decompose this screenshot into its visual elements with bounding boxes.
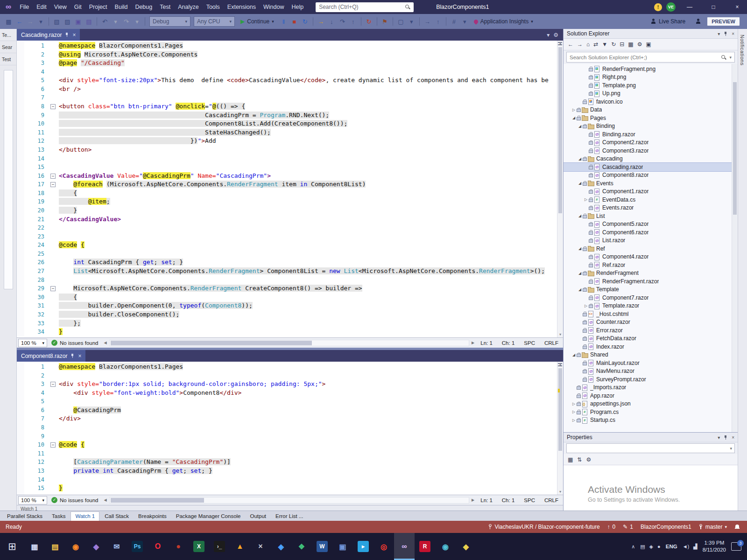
editor-tab-component8-razor[interactable]: Component8.razor × <box>17 350 85 362</box>
tree-item-component8-razor[interactable]: Component8.razor <box>564 171 738 180</box>
navigate-arrow-icon[interactable]: → <box>423 16 432 27</box>
project-indicator[interactable]: BlazorComponents1 <box>641 524 691 530</box>
tree-item-template-razor[interactable]: ▷Template.razor <box>564 302 738 310</box>
taskbar-flame-app-icon[interactable]: ▲ <box>230 533 250 560</box>
bottom-tab-call-stack[interactable]: Call Stack <box>100 512 133 521</box>
props-categorized-icon[interactable]: ▦ <box>568 456 573 463</box>
tree-item-up-png[interactable]: Up.png <box>564 90 738 98</box>
undo-dropdown-icon[interactable]: ▾ <box>111 16 120 27</box>
action-center-icon[interactable]: 3 <box>731 542 741 551</box>
tree-item-error-razor[interactable]: Error.razor <box>564 326 738 335</box>
tree-item-eventdata-cs[interactable]: ▷EventData.cs <box>564 196 738 204</box>
hash-dropdown-icon[interactable]: ▾ <box>460 16 470 27</box>
taskbar-blue-diamond-app-icon[interactable]: ◈ <box>271 533 291 560</box>
fold-collapse-icon[interactable]: − <box>50 286 56 291</box>
cpu-select[interactable]: Any CPU ▾ <box>194 16 235 27</box>
editor-tab-cascading-razor[interactable]: Cascading.razor × <box>17 29 80 41</box>
tree-item-app-razor[interactable]: App.razor <box>564 392 738 400</box>
menu-tools[interactable]: Tools <box>203 0 224 14</box>
se-home-icon[interactable]: ⌂ <box>586 41 590 48</box>
bottom-tab-output[interactable]: Output <box>246 512 270 521</box>
se-preview-icon[interactable]: ▣ <box>646 41 651 48</box>
save-icon[interactable]: ▣ <box>73 16 83 27</box>
tree-item-ref-razor[interactable]: Ref.razor <box>564 261 738 269</box>
code-area-top[interactable]: 1@namespace BlazorComponents1.Pages2@usi… <box>17 41 563 337</box>
breakpoint-margin[interactable] <box>17 276 24 285</box>
left-tool-tab-sear[interactable]: Sear <box>0 41 16 53</box>
window-position-icon[interactable]: ▾ <box>718 435 720 440</box>
breakpoint-margin[interactable] <box>17 493 24 495</box>
breakpoint-margin[interactable] <box>17 363 24 371</box>
properties-object-select[interactable]: ▾ <box>566 443 735 453</box>
fold-collapse-icon[interactable]: − <box>50 174 56 179</box>
tree-item-startup-cs[interactable]: ▷Startup.cs <box>564 416 738 425</box>
menu-debug[interactable]: Debug <box>131 0 156 14</box>
taskbar-purple-app-icon[interactable]: ◆ <box>86 533 106 560</box>
notifications-bell-icon[interactable] <box>734 524 740 530</box>
expander-icon[interactable]: ◢ <box>577 181 583 185</box>
menu-window[interactable]: Window <box>260 0 288 14</box>
breakpoint-margin[interactable] <box>17 189 24 198</box>
tree-item-binding[interactable]: ◢Binding <box>564 122 738 131</box>
menu-edit[interactable]: Edit <box>33 0 50 14</box>
tree-item-fetchdata-razor[interactable]: FetchData.razor <box>564 335 738 343</box>
format-hash-icon[interactable]: # <box>449 16 459 27</box>
minimize-button[interactable]: — <box>680 0 699 14</box>
tree-item-binding-razor[interactable]: Binding.razor <box>564 130 738 139</box>
tree-item-favicon-ico[interactable]: favicon.ico <box>564 98 738 106</box>
expander-icon[interactable]: ◢ <box>577 246 583 251</box>
taskbar-red-app-icon[interactable]: ● <box>168 533 189 560</box>
add-item-icon[interactable]: ▩ <box>4 16 14 27</box>
expander-icon[interactable]: ◢ <box>577 287 583 292</box>
tree-item-component4-razor[interactable]: Component4.razor <box>564 253 738 261</box>
close-icon[interactable]: × <box>732 31 734 36</box>
breakpoint-margin[interactable] <box>17 68 24 77</box>
tab-options-gear-icon[interactable]: ⚙ <box>553 32 558 38</box>
breakpoint-margin[interactable] <box>17 310 24 319</box>
tree-item-mainlayout-razor[interactable]: MainLayout.razor <box>564 359 738 367</box>
se-forward-icon[interactable]: → <box>577 41 583 48</box>
breakpoint-margin[interactable] <box>17 128 24 137</box>
taskbar-mail-icon[interactable]: ✉ <box>106 533 127 560</box>
expander-icon[interactable]: ▷ <box>583 197 589 202</box>
menu-test[interactable]: Test <box>156 0 174 14</box>
breakpoint-margin[interactable] <box>17 371 24 380</box>
tree-item-list[interactable]: ◢List <box>564 212 738 220</box>
taskbar-firefox-icon[interactable]: ◉ <box>65 533 86 560</box>
menu-analyze[interactable]: Analyze <box>174 0 202 14</box>
clock[interactable]: 1:39 PM 8/11/2020 <box>703 539 726 553</box>
pin-icon[interactable] <box>65 32 69 37</box>
se-back-icon[interactable]: ← <box>568 41 573 48</box>
scroll-right-icon[interactable]: ▶ <box>470 498 476 502</box>
screenshot-dropdown-icon[interactable]: ▾ <box>407 16 416 27</box>
tree-item-surveyprompt-razor[interactable]: SurveyPrompt.razor <box>564 375 738 384</box>
tree-item-appsettings-json[interactable]: ▷appsettings.json <box>564 400 738 408</box>
bottom-tab-breakpoints[interactable]: Breakpoints <box>134 512 171 521</box>
menu-help[interactable]: Help <box>288 0 307 14</box>
left-tool-tab-te[interactable]: Te... <box>0 29 16 41</box>
horizontal-scrollbar-bottom[interactable] <box>109 497 469 504</box>
collapsed-watch-panel[interactable]: Watch 1 <box>17 505 563 511</box>
taskbar-teal-app-icon[interactable]: ◉ <box>435 533 456 560</box>
pin-icon[interactable] <box>724 31 728 36</box>
undo-icon[interactable]: ↶ <box>100 16 110 27</box>
se-properties-icon[interactable]: ⚙ <box>637 41 642 48</box>
breakpoint-margin[interactable] <box>17 449 24 458</box>
scroll-down-icon[interactable]: ▼ <box>557 490 563 494</box>
breakpoint-margin[interactable] <box>17 119 24 128</box>
breakpoint-margin[interactable] <box>17 180 24 189</box>
tree-item-component5-razor[interactable]: Component5.razor <box>564 220 738 229</box>
taskbar-telegram-icon[interactable]: ▸ <box>353 533 374 560</box>
scrollbar-thumb[interactable] <box>558 368 562 451</box>
fold-collapse-icon[interactable]: − <box>50 104 56 109</box>
alert-icon[interactable]: ! <box>654 3 662 11</box>
breakpoint-margin[interactable] <box>17 111 24 120</box>
tree-item-template-png[interactable]: Template.png <box>564 81 738 90</box>
split-grip-icon[interactable] <box>558 363 562 366</box>
bottom-tab-watch-1[interactable]: Watch 1 <box>70 511 99 521</box>
scrollbar-thumb[interactable] <box>733 82 737 215</box>
se-switch-views-icon[interactable]: ⇄ <box>593 41 598 48</box>
tree-item-template[interactable]: ◢Template <box>564 286 738 294</box>
tree-item-renderfragment[interactable]: ◢RenderFragment <box>564 269 738 278</box>
split-grip-icon[interactable] <box>558 42 562 45</box>
